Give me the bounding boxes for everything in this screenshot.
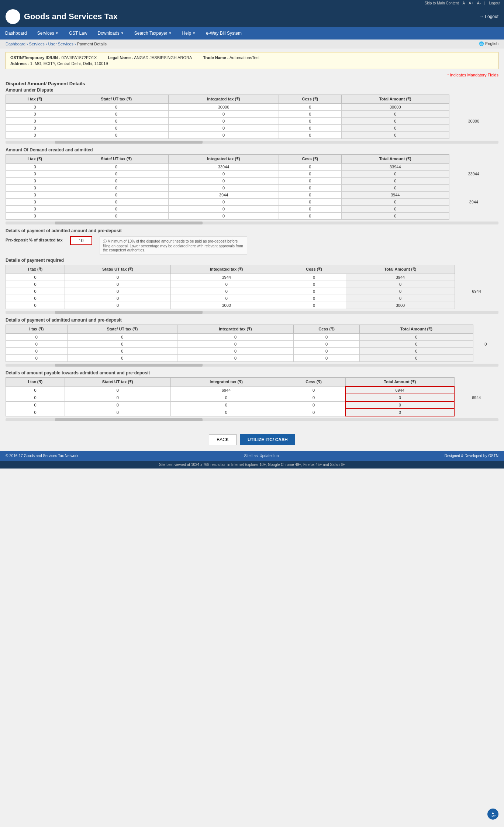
font-size-small[interactable]: A- bbox=[477, 1, 481, 5]
table-row: 00000 bbox=[6, 409, 498, 416]
nav-eway[interactable]: e-Way Bill System bbox=[201, 27, 247, 40]
table-cell: 0 bbox=[341, 171, 449, 178]
table-cell: 0 bbox=[177, 355, 294, 362]
table-cell: 0 bbox=[279, 185, 341, 192]
logout-link[interactable]: → Logout bbox=[479, 14, 498, 19]
language-selector[interactable]: 🌐 English bbox=[479, 41, 498, 46]
table-row: 00394403944 bbox=[6, 274, 498, 281]
table-cell: 0 bbox=[64, 104, 169, 111]
table-cell: 0 bbox=[6, 213, 64, 220]
breadcrumb-user-services[interactable]: User Services bbox=[48, 42, 73, 46]
table-row: 000006944 bbox=[6, 394, 498, 401]
breadcrumb-dashboard[interactable]: Dashboard bbox=[6, 42, 25, 46]
col-itax-3: Integrated tax (₹) bbox=[170, 265, 282, 274]
legal-name-label: Legal Name - bbox=[108, 55, 133, 60]
table-row: 00000 bbox=[6, 132, 498, 139]
copyright: © 2016-17 Goods and Services Tax Network bbox=[6, 454, 78, 458]
nav-dashboard[interactable]: Dashboard bbox=[0, 27, 32, 40]
address-value: 1, MG, ECITY, Central Delhi, Delhi, 1100… bbox=[30, 61, 108, 66]
side-value-cell bbox=[449, 132, 498, 139]
col-cess-2: Cess (₹) bbox=[279, 155, 341, 164]
table-cell: 0 bbox=[64, 111, 169, 118]
predeposit-section-title: Details of payment of admitted amount an… bbox=[6, 228, 498, 233]
side-value-cell bbox=[449, 125, 498, 132]
table-cell: 0 bbox=[360, 355, 473, 362]
back-button[interactable]: BACK bbox=[209, 434, 237, 445]
col-stax-4: State/ UT tax (₹) bbox=[67, 325, 177, 334]
table-row: 00000 bbox=[6, 111, 498, 118]
predeposit-input[interactable] bbox=[70, 236, 92, 245]
col-ltax-1: l tax (₹) bbox=[6, 95, 64, 104]
table-cell: 0 bbox=[170, 281, 282, 288]
side-value-cell bbox=[454, 401, 498, 409]
amount-payable-table-wrap: l tax (₹) State/ UT tax (₹) Integrated t… bbox=[6, 377, 498, 416]
side-value-cell bbox=[449, 178, 498, 185]
table-cell: 3000 bbox=[346, 302, 455, 309]
nav-gstlaw[interactable]: GST Law bbox=[64, 27, 93, 40]
table-cell: 0 bbox=[64, 132, 169, 139]
table-row: 00000 bbox=[6, 178, 498, 185]
nav-services[interactable]: Services ▼ bbox=[32, 27, 64, 40]
logout-button[interactable]: Logout bbox=[489, 1, 500, 5]
table-cell: 0 bbox=[279, 104, 341, 111]
table-cell: 0 bbox=[170, 394, 282, 401]
side-value-cell bbox=[473, 334, 498, 341]
nav-help[interactable]: Help ▼ bbox=[177, 27, 201, 40]
table-cell: 0 bbox=[6, 206, 64, 213]
button-bar: BACK UTILIZE ITC/ CASH bbox=[0, 429, 504, 451]
side-value-cell: 0 bbox=[473, 341, 498, 348]
breadcrumb: Dashboard › Services › User Services › P… bbox=[6, 42, 107, 46]
table-cell: 0 bbox=[6, 334, 68, 341]
predeposit-row: Pre-deposit % of disputed tax ⓘ Minimum … bbox=[6, 236, 498, 255]
table-cell: 33944 bbox=[341, 164, 449, 171]
table-cell: 0 bbox=[345, 401, 454, 409]
table-cell: 0 bbox=[64, 118, 169, 125]
col-total-1: Total Amount (₹) bbox=[341, 95, 449, 104]
utilize-button[interactable]: UTILIZE ITC/ CASH bbox=[240, 434, 295, 445]
col-total-5: Total Amount (₹) bbox=[345, 378, 454, 387]
table-cell: 0 bbox=[282, 401, 345, 409]
payment-required-table: l tax (₹) State/ UT tax (₹) Integrated t… bbox=[6, 265, 498, 309]
col-ltax-4: l tax (₹) bbox=[6, 325, 68, 334]
table-cell: 0 bbox=[341, 178, 449, 185]
side-value-cell: 30000 bbox=[449, 118, 498, 125]
table-row: 00000 bbox=[6, 185, 498, 192]
font-size-normal[interactable]: A bbox=[463, 1, 465, 5]
table-cell: 0 bbox=[293, 341, 359, 348]
col-side-2 bbox=[449, 155, 498, 164]
breadcrumb-services[interactable]: Services bbox=[29, 42, 45, 46]
skip-link[interactable]: Skip to Main Content bbox=[425, 1, 459, 5]
table-cell: 0 bbox=[293, 348, 359, 355]
table-cell: 0 bbox=[282, 394, 345, 401]
table-cell: 0 bbox=[341, 199, 449, 206]
table-cell: 0 bbox=[169, 185, 279, 192]
side-value-cell bbox=[473, 355, 498, 362]
table-row: 00000 bbox=[6, 281, 498, 288]
table-cell: 0 bbox=[279, 199, 341, 206]
font-size-large[interactable]: A+ bbox=[469, 1, 473, 5]
table-cell: 0 bbox=[65, 288, 171, 295]
table-cell: 0 bbox=[6, 178, 64, 185]
col-itax-4: Integrated tax (₹) bbox=[177, 325, 294, 334]
main-nav: Dashboard Services ▼ GST Law Downloads ▼… bbox=[0, 27, 504, 40]
table-cell: 0 bbox=[65, 401, 170, 409]
table-cell: 0 bbox=[6, 295, 65, 302]
table-cell: 0 bbox=[169, 206, 279, 213]
table-row: 0000030000 bbox=[6, 118, 498, 125]
table-cell: 0 bbox=[169, 171, 279, 178]
table-cell: 0 bbox=[177, 334, 294, 341]
col-total-3: Total Amount (₹) bbox=[346, 265, 455, 274]
table-cell: 0 bbox=[341, 132, 449, 139]
side-value-cell bbox=[455, 281, 498, 288]
table-cell: 0 bbox=[6, 288, 65, 295]
nav-searchtaxpayer[interactable]: Search Taxpayer ▼ bbox=[129, 27, 177, 40]
table-cell: 0 bbox=[170, 288, 282, 295]
table-cell: 0 bbox=[6, 171, 64, 178]
nav-downloads[interactable]: Downloads ▼ bbox=[92, 27, 129, 40]
table-cell: 0 bbox=[6, 199, 64, 206]
table-cell: 0 bbox=[177, 348, 294, 355]
table-cell: 0 bbox=[279, 178, 341, 185]
table-cell: 0 bbox=[64, 213, 169, 220]
col-total-4: Total Amount (₹) bbox=[360, 325, 473, 334]
table-cell: 0 bbox=[341, 206, 449, 213]
